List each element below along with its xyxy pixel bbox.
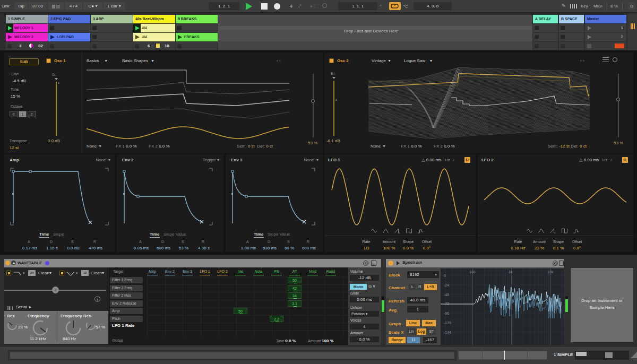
svg-text:-96: -96 xyxy=(444,311,449,315)
svg-text:10k: 10k xyxy=(547,270,554,274)
svg-text:1k: 1k xyxy=(509,270,513,274)
svg-text:-120: -120 xyxy=(444,321,451,325)
svg-text:-48: -48 xyxy=(444,293,449,297)
svg-text:0: 0 xyxy=(444,274,446,278)
svg-text:-24: -24 xyxy=(444,283,449,287)
svg-text:-144: -144 xyxy=(444,331,451,334)
svg-text:100: 100 xyxy=(469,270,476,274)
